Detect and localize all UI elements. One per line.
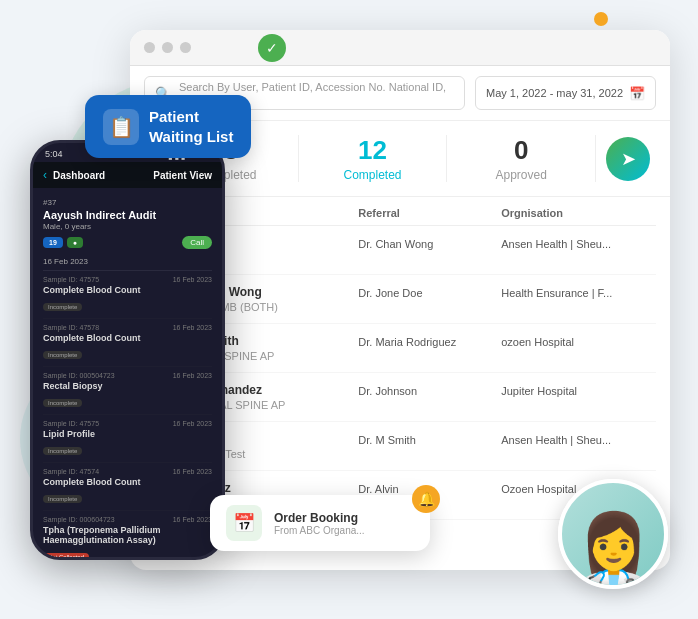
order-booking-notification: 📅 Order Booking From ABC Organa... 🔔 (210, 495, 430, 551)
phone-sample-item[interactable]: Sample ID: 47575 16 Feb 2023 Complete Bl… (43, 271, 212, 319)
phone-date-section: 16 Feb 2023 (43, 257, 212, 271)
date-range-box[interactable]: May 1, 2022 - may 31, 2022 📅 (475, 76, 656, 110)
notification-bell-icon: 🔔 (412, 485, 440, 513)
date-range-text: May 1, 2022 - may 31, 2022 (486, 87, 623, 99)
phone-samples-list: Sample ID: 47575 16 Feb 2023 Complete Bl… (43, 271, 212, 560)
phone-sample-status: Incomplete (43, 495, 82, 503)
org-cell: Ansen Health | Sheu... (501, 432, 656, 460)
stat-completed-number: 12 (299, 135, 447, 166)
phone-sample-id: Sample ID: 47574 (43, 468, 99, 475)
stat-completed[interactable]: 12 Completed (299, 135, 448, 182)
phone-sample-date: 16 Feb 2023 (173, 516, 212, 523)
phone-sample-item[interactable]: Sample ID: 47575 16 Feb 2023 Lipid Profi… (43, 415, 212, 463)
phone-nav-back-label: Dashboard (53, 170, 105, 181)
referral-cell: Dr. Maria Rodriguez (358, 334, 501, 362)
phone-sample-name: Complete Blood Count (43, 477, 212, 487)
phone-sample-date: 16 Feb 2023 (173, 324, 212, 331)
phone-sample-item[interactable]: Sample ID: 47578 16 Feb 2023 Complete Bl… (43, 319, 212, 367)
phone-sample-date: 16 Feb 2023 (173, 420, 212, 427)
phone-tag-green: ● (67, 237, 83, 248)
referral-cell: Dr. Chan Wong (358, 236, 501, 264)
phone-sample-date: 16 Feb 2023 (173, 372, 212, 379)
phone-nav: ‹ Dashboard Patient View (33, 162, 222, 188)
org-cell: Ansen Health | Sheu... (501, 236, 656, 264)
phone-time: 5:04 (45, 149, 63, 159)
browser-titlebar: ✓ (130, 30, 670, 66)
phone-sample-status: Not Collected (43, 553, 89, 560)
referral-cell: Dr. Jone Doe (358, 285, 501, 313)
browser-dot-3 (180, 42, 191, 53)
waiting-list-icon: 📋 (103, 109, 139, 145)
phone-mockup: 5:04 ▌▌▌ WiFi ‹ Dashboard Patient View #… (30, 140, 225, 560)
phone-sample-id-row: Sample ID: 47575 16 Feb 2023 (43, 420, 212, 427)
referral-cell: Dr. M Smith (358, 432, 501, 460)
phone-patient-info: Male, 0 years (43, 222, 212, 231)
phone-sample-item[interactable]: Sample ID: 47574 16 Feb 2023 Complete Bl… (43, 463, 212, 511)
browser-check-icon: ✓ (258, 34, 286, 62)
phone-sample-id: Sample ID: 000604723 (43, 516, 115, 523)
phone-sample-name: Lipid Profile (43, 429, 212, 439)
org-cell: Health Ensurance | F... (501, 285, 656, 313)
phone-sample-id: Sample ID: 47575 (43, 276, 99, 283)
phone-nav-view-title: Patient View (153, 170, 212, 181)
phone-sample-status: Incomplete (43, 303, 82, 311)
send-button[interactable]: ➤ (606, 137, 650, 181)
stat-approved[interactable]: 0 Approved (447, 135, 596, 182)
browser-dot-2 (162, 42, 173, 53)
phone-sample-id-row: Sample ID: 000504723 16 Feb 2023 (43, 372, 212, 379)
phone-sample-status: Incomplete (43, 351, 82, 359)
browser-dot-1 (144, 42, 155, 53)
phone-sample-date: 16 Feb 2023 (173, 276, 212, 283)
phone-patient-id: #37 (43, 198, 212, 207)
phone-sample-name: Rectal Biopsy (43, 381, 212, 391)
order-booking-icon: 📅 (226, 505, 262, 541)
back-arrow-icon[interactable]: ‹ (43, 168, 47, 182)
phone-sample-date: 16 Feb 2023 (173, 468, 212, 475)
waiting-list-title: Patient Waiting List (149, 107, 233, 146)
phone-tag-blue: 19 (43, 237, 63, 248)
phone-patient-name: Aayush Indirect Audit (43, 209, 212, 221)
stat-approved-label: Approved (447, 168, 595, 182)
phone-sample-id-row: Sample ID: 000604723 16 Feb 2023 (43, 516, 212, 523)
doctor-figure-icon: 👩‍⚕️ (570, 515, 657, 585)
stat-approved-number: 0 (447, 135, 595, 166)
phone-sample-item[interactable]: Sample ID: 000504723 16 Feb 2023 Rectal … (43, 367, 212, 415)
header-organisation: Orgnisation (501, 207, 656, 219)
calendar-icon: 📅 (629, 86, 645, 101)
phone-content: #37 Aayush Indirect Audit Male, 0 years … (33, 188, 222, 560)
phone-sample-status: Incomplete (43, 447, 82, 455)
phone-call-button[interactable]: Call (182, 236, 212, 249)
org-cell: ozoen Hospital (501, 334, 656, 362)
phone-sample-id: Sample ID: 47575 (43, 420, 99, 427)
waiting-list-badge: 📋 Patient Waiting List (85, 95, 251, 158)
phone-sample-id: Sample ID: 47578 (43, 324, 99, 331)
stat-completed-label: Completed (299, 168, 447, 182)
phone-sample-id-row: Sample ID: 47575 16 Feb 2023 (43, 276, 212, 283)
phone-sample-id-row: Sample ID: 47574 16 Feb 2023 (43, 468, 212, 475)
order-booking-title: Order Booking (274, 511, 365, 525)
phone-sample-status: Incomplete (43, 399, 82, 407)
phone-sample-name: Complete Blood Count (43, 333, 212, 343)
phone-tags-row: 19 ● Call (43, 236, 212, 249)
referral-cell: Dr. Johnson (358, 383, 501, 411)
phone-sample-name: Tpha (Treponema Pallidium Haemagglutinat… (43, 525, 212, 545)
org-cell: Jupiter Hospital (501, 383, 656, 411)
header-referral: Referral (358, 207, 501, 219)
phone-sample-id-row: Sample ID: 47578 16 Feb 2023 (43, 324, 212, 331)
order-booking-subtitle: From ABC Organa... (274, 525, 365, 536)
doctor-avatar: 👩‍⚕️ (558, 479, 668, 589)
phone-sample-name: Complete Blood Count (43, 285, 212, 295)
orange-dot-decoration (594, 12, 608, 26)
order-booking-text: Order Booking From ABC Organa... (274, 511, 365, 536)
phone-sample-item[interactable]: Sample ID: 000604723 16 Feb 2023 Tpha (T… (43, 511, 212, 560)
phone-sample-id: Sample ID: 000504723 (43, 372, 115, 379)
